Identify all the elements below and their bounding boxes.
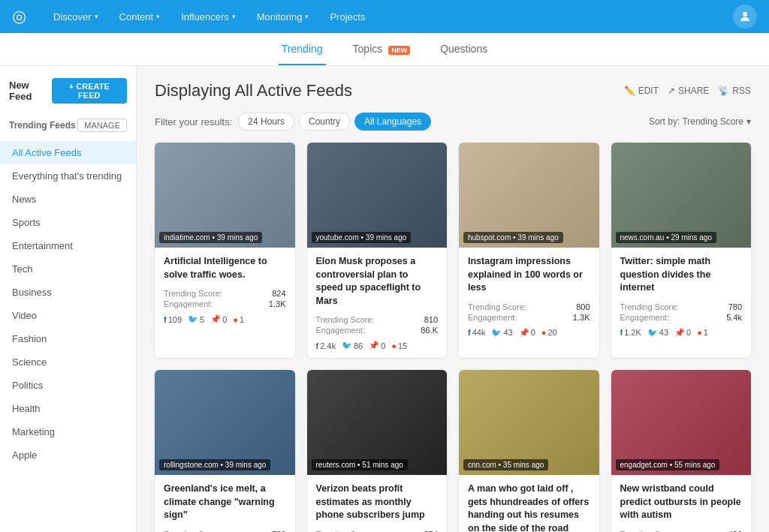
twitter-count: 🐦 43 xyxy=(647,328,668,338)
share-button[interactable]: ↗ SHARE xyxy=(668,86,709,96)
topics-new-badge: NEW xyxy=(388,46,410,55)
sidebar-item-tech[interactable]: Tech xyxy=(0,257,136,281)
tab-trending[interactable]: Trending xyxy=(279,34,326,65)
sidebar-item-sports[interactable]: Sports xyxy=(0,211,136,234)
tab-topics[interactable]: Topics NEW xyxy=(350,34,414,65)
article-card[interactable]: youtube.com • 39 mins ago Elon Musk prop… xyxy=(307,143,448,358)
sidebar-item-news[interactable]: News xyxy=(0,188,136,211)
facebook-count: f 1.2K xyxy=(620,328,641,337)
twitter-icon: 🐦 xyxy=(491,328,502,338)
pinterest-icon: 📌 xyxy=(210,314,221,324)
edit-button[interactable]: ✏️ EDIT xyxy=(624,86,659,96)
trending-score-value: 654 xyxy=(424,530,438,533)
article-card[interactable]: rollingstone.com • 39 mins ago Greenland… xyxy=(155,370,295,532)
trending-score-row: Trending Score: 700 xyxy=(164,530,286,533)
twitter-icon: 🐦 xyxy=(647,328,658,338)
pinterest-count: 📌 0 xyxy=(674,328,691,338)
facebook-value: 1.2K xyxy=(624,328,641,337)
nav-monitoring[interactable]: Monitoring ▾ xyxy=(248,5,318,29)
article-card[interactable]: engadget.com • 55 mins ago New wristband… xyxy=(611,370,752,532)
manage-button[interactable]: MANAGE xyxy=(77,119,127,132)
user-avatar[interactable] xyxy=(733,5,757,29)
social-counts: f 44k 🐦 43 📌 0 ● 20 xyxy=(468,328,590,338)
filter-label: Filter your results: xyxy=(155,116,232,128)
article-card[interactable]: hubspot.com • 39 mins ago Instagram impr… xyxy=(459,143,599,358)
nav-content[interactable]: Content ▾ xyxy=(110,5,170,29)
card-source: engadget.com • 55 mins ago xyxy=(616,459,720,470)
pinterest-count: 📌 0 xyxy=(369,341,385,350)
trending-score-row: Trending Score: 780 xyxy=(620,302,743,311)
new-feed-label: New Feed xyxy=(9,80,52,102)
article-card[interactable]: indiatime.com • 39 mins ago Artificial I… xyxy=(155,143,295,358)
rss-button[interactable]: 📡 RSS xyxy=(718,86,751,96)
filter-country[interactable]: Country xyxy=(299,113,350,131)
pinterest-value: 0 xyxy=(381,341,385,350)
card-image: news.com.au • 29 mins ago xyxy=(611,143,752,248)
pinterest-count: 📌 0 xyxy=(210,314,227,324)
article-card[interactable]: reuters.com • 51 mins ago Verizon beats … xyxy=(307,370,448,532)
nav-projects[interactable]: Projects xyxy=(321,5,374,29)
trending-feeds-label: Trending Feeds xyxy=(9,120,76,131)
rss-icon: 📡 xyxy=(718,86,729,96)
sidebar-item-health[interactable]: Health xyxy=(0,397,136,420)
trending-score-label: Trending Score: xyxy=(164,530,222,533)
twitter-count: 🐦 43 xyxy=(491,328,512,338)
pinterest-value: 0 xyxy=(531,328,535,337)
sidebar-item-fashion[interactable]: Fashion xyxy=(0,327,136,350)
sidebar-item-politics[interactable]: Politics xyxy=(0,374,136,397)
card-image: indiatime.com • 39 mins ago xyxy=(155,143,295,248)
card-title: Elon Musk proposes a controversial plan … xyxy=(316,255,439,308)
engagement-row: Engagement: 86.K xyxy=(316,326,439,335)
page-header: Displaying All Active Feeds ✏️ EDIT ↗ SH… xyxy=(155,81,751,101)
sidebar-item-all-active-feeds[interactable]: All Active Feeds xyxy=(0,141,136,164)
card-title: Verizon beats profit estimates as monthl… xyxy=(316,482,439,522)
nav-discover[interactable]: Discover ▾ xyxy=(44,5,107,29)
trending-score-value: 800 xyxy=(576,302,590,311)
sidebar-item-business[interactable]: Business xyxy=(0,281,136,304)
nav-influencers[interactable]: Influencers ▾ xyxy=(172,5,245,29)
card-title: Twitter: simple math question divides th… xyxy=(620,255,743,295)
sidebar-item-everything-trending[interactable]: Everything that's trending xyxy=(0,164,136,188)
card-source: hubspot.com • 39 mins ago xyxy=(463,232,563,243)
sidebar-item-science[interactable]: Science xyxy=(0,350,136,374)
pinterest-count: 📌 0 xyxy=(519,328,535,338)
tab-questions[interactable]: Questions xyxy=(437,34,490,65)
card-image: rollingstone.com • 39 mins ago xyxy=(155,370,295,475)
article-card[interactable]: cnn.com • 35 mins ago A man who got laid… xyxy=(459,370,599,532)
engagement-label: Engagement: xyxy=(316,326,365,335)
card-image: reuters.com • 51 mins ago xyxy=(307,370,448,475)
trending-score-label: Trending Score: xyxy=(620,302,679,311)
app-logo: ◎ xyxy=(12,7,26,26)
sidebar-item-marketing[interactable]: Marketing xyxy=(0,420,136,443)
sort-section[interactable]: Sort by: Trending Score ▾ xyxy=(649,116,751,127)
article-card[interactable]: news.com.au • 29 mins ago Twitter: simpl… xyxy=(611,143,752,358)
trending-score-row: Trending Score: 810 xyxy=(316,315,439,324)
card-image: hubspot.com • 39 mins ago xyxy=(459,143,599,248)
card-title: Greenland's ice melt, a climate change "… xyxy=(164,482,286,522)
trending-score-label: Trending Score: xyxy=(468,302,526,311)
page-title: Displaying All Active Feeds xyxy=(155,81,352,101)
card-title: New wristband could predict outbursts in… xyxy=(620,482,743,522)
reddit-icon: ● xyxy=(697,328,702,337)
nav-items: Discover ▾ Content ▾ Influencers ▾ Monit… xyxy=(44,5,733,29)
twitter-count: 🐦 5 xyxy=(188,314,204,324)
sidebar-item-entertainment[interactable]: Entertainment xyxy=(0,234,136,257)
pinterest-value: 0 xyxy=(686,328,691,337)
facebook-value: 109 xyxy=(168,315,182,324)
create-feed-button[interactable]: + CREATE FEED xyxy=(52,78,127,104)
filter-24hours[interactable]: 24 Hours xyxy=(238,113,294,131)
sort-arrow-icon: ▾ xyxy=(746,116,751,127)
card-source: indiatime.com • 39 mins ago xyxy=(159,232,262,243)
facebook-icon: f xyxy=(316,341,319,350)
twitter-count: 🐦 86 xyxy=(342,341,363,350)
filter-all-languages[interactable]: All Languages xyxy=(354,113,431,131)
engagement-value: 1.3K xyxy=(269,299,286,308)
header-actions: ✏️ EDIT ↗ SHARE 📡 RSS xyxy=(624,86,751,96)
engagement-value: 86.K xyxy=(421,326,438,335)
sidebar-item-apple[interactable]: Apple xyxy=(0,443,136,467)
card-title: A man who got laid off , gets hhundreade… xyxy=(468,482,590,532)
sidebar-item-video[interactable]: Video xyxy=(0,304,136,327)
engagement-row: Engagement: 1.3K xyxy=(468,313,590,322)
card-body: Greenland's ice melt, a climate change "… xyxy=(155,475,295,532)
trending-score-value: 780 xyxy=(728,302,742,311)
